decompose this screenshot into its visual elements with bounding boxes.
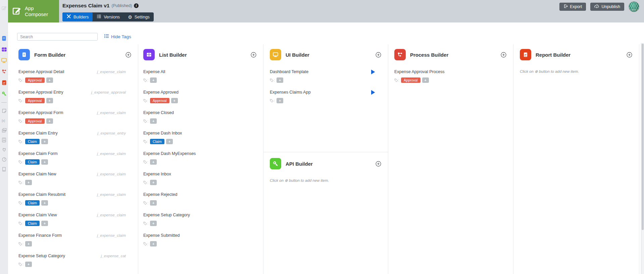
item-label[interactable]: Expense Rejected [143, 192, 177, 197]
tab-builders[interactable]: Builders [62, 12, 93, 21]
item-label[interactable]: Expense Submitted [143, 233, 180, 238]
tag-badge[interactable]: Claim [25, 159, 40, 165]
add-tag-button[interactable]: + [25, 180, 32, 185]
run-button[interactable] [371, 69, 375, 74]
sidebar-pages-icon[interactable] [1, 166, 7, 172]
item-label[interactable]: Expense Finance Form [18, 233, 62, 238]
add-tag-button[interactable]: + [25, 262, 32, 267]
export-button[interactable]: Export [559, 3, 586, 11]
item-label[interactable]: Expenses Claims App [270, 90, 311, 95]
add-item-button[interactable] [251, 52, 256, 58]
item-label[interactable]: Expense Closed [143, 110, 174, 115]
tag-icon: : [18, 221, 23, 225]
sidebar-variable-icon[interactable]: {x} [1, 118, 7, 123]
tag-badge[interactable]: Approval [401, 77, 420, 83]
tag-row: : Claim+ [143, 139, 251, 144]
tag-row: : + [18, 241, 126, 246]
item-label[interactable]: Dashboard Template [270, 69, 308, 74]
add-tag-button[interactable]: + [150, 118, 157, 124]
item-label[interactable]: Expense Setup Category [143, 213, 190, 217]
add-tag-button[interactable]: + [25, 241, 32, 246]
sidebar-form-icon[interactable] [1, 36, 7, 41]
run-button[interactable] [371, 90, 375, 95]
item-label[interactable]: Expense Approval Detail [18, 69, 64, 74]
add-item-button[interactable] [376, 52, 381, 58]
add-tag-button[interactable]: + [150, 77, 157, 83]
add-tag-button[interactable]: + [150, 221, 157, 226]
add-tag-button[interactable]: + [171, 98, 178, 103]
info-icon[interactable]: i [134, 3, 139, 8]
hide-tags-label: Hide Tags [111, 34, 131, 39]
item-label[interactable]: Expense Claim Form [18, 151, 58, 156]
add-tag-button[interactable]: + [46, 118, 53, 124]
unpublish-button[interactable]: Unpublish [590, 3, 624, 11]
add-item-button[interactable] [627, 52, 632, 58]
add-tag-button[interactable]: + [277, 98, 283, 103]
add-tag-button[interactable]: + [46, 98, 53, 103]
user-avatar[interactable]: admin [629, 1, 639, 12]
builder-item: Expenses Claims App : + [270, 90, 381, 103]
tag-badge[interactable]: Claim [25, 221, 40, 226]
tag-badge[interactable]: Claim [25, 139, 40, 144]
sidebar-gauge-icon[interactable] [1, 157, 7, 162]
add-tag-button[interactable]: + [41, 139, 48, 144]
item-table-name: j_expense_claim [97, 213, 126, 217]
add-tag-button[interactable]: + [41, 200, 48, 206]
sidebar-api-icon[interactable] [1, 91, 7, 96]
add-tag-button[interactable]: + [422, 77, 429, 83]
add-item-button[interactable] [126, 52, 131, 58]
item-label[interactable]: Expense Dash MyExpenses [143, 151, 196, 156]
add-tag-button[interactable]: + [150, 159, 157, 165]
tag-badge[interactable]: Approval [25, 77, 44, 83]
add-tag-button[interactable]: + [166, 139, 173, 144]
item-label[interactable]: Expense Setup Category [18, 254, 65, 258]
item-label[interactable]: Expense Claim Resubmit [18, 192, 65, 197]
builder-item: Expense Approval Form j_expense_claim : … [18, 110, 131, 124]
item-label[interactable]: Expense Approval Process [394, 69, 444, 74]
tab-versions[interactable]: Versions [93, 12, 124, 21]
tag-badge[interactable]: Claim [25, 200, 40, 206]
sidebar-process-icon[interactable] [1, 69, 7, 74]
tag-icon: : [18, 242, 23, 246]
tag-badge[interactable]: Claim [150, 139, 164, 144]
tab-settings[interactable]: ⚙ Settings [124, 12, 154, 21]
builder-item: Expense Approval Entry j_expense_approva… [18, 90, 131, 103]
app-composer-logo[interactable]: App Composer [8, 0, 59, 22]
search-input[interactable] [17, 33, 98, 41]
tag-badge[interactable]: Approval [25, 98, 44, 103]
add-tag-button[interactable]: + [277, 77, 283, 83]
gear-icon: ⚙ [128, 15, 132, 19]
item-label[interactable]: Expense Approved [143, 90, 179, 95]
sidebar-ui-icon[interactable] [1, 58, 7, 63]
add-item-button[interactable] [501, 52, 506, 58]
item-label[interactable]: Expense Dash Inbox [143, 131, 182, 135]
builder-tabstrip: Builders Versions ⚙ Settings [62, 12, 154, 21]
sidebar-report-icon[interactable] [1, 80, 7, 85]
add-tag-button[interactable]: + [150, 241, 157, 246]
vertical-scrollbar[interactable] [641, 43, 644, 274]
sidebar-note-icon[interactable] [1, 108, 7, 113]
item-label[interactable]: Expense Approval Entry [18, 90, 63, 95]
add-tag-button[interactable]: + [41, 221, 48, 226]
add-item-button[interactable] [376, 161, 381, 167]
item-label[interactable]: Expense Claim View [18, 213, 57, 217]
tag-badge[interactable]: Approval [150, 98, 169, 103]
tag-row: : + [270, 77, 376, 83]
hide-tags-link[interactable]: Hide Tags [104, 34, 131, 40]
item-label[interactable]: Expense Claim New [18, 172, 56, 176]
tag-row: : Claim+ [18, 200, 126, 206]
add-tag-button[interactable]: + [46, 77, 53, 83]
item-label[interactable]: Expense Claim Entry [18, 131, 58, 135]
scrollbar-thumb[interactable] [642, 44, 644, 230]
add-tag-button[interactable]: + [150, 200, 157, 206]
sidebar-document-image-icon[interactable] [1, 137, 7, 143]
sidebar-media-icon[interactable] [1, 127, 7, 133]
sidebar-list-icon[interactable] [1, 47, 7, 52]
item-label[interactable]: Expense Inbox [143, 172, 171, 176]
item-label[interactable]: Expense Approval Form [18, 110, 63, 115]
tag-badge[interactable]: Approval [25, 118, 44, 124]
sidebar-plugin-icon[interactable] [1, 147, 7, 152]
add-tag-button[interactable]: + [41, 159, 48, 165]
item-label[interactable]: Expense All [143, 69, 165, 74]
add-tag-button[interactable]: + [150, 180, 157, 185]
